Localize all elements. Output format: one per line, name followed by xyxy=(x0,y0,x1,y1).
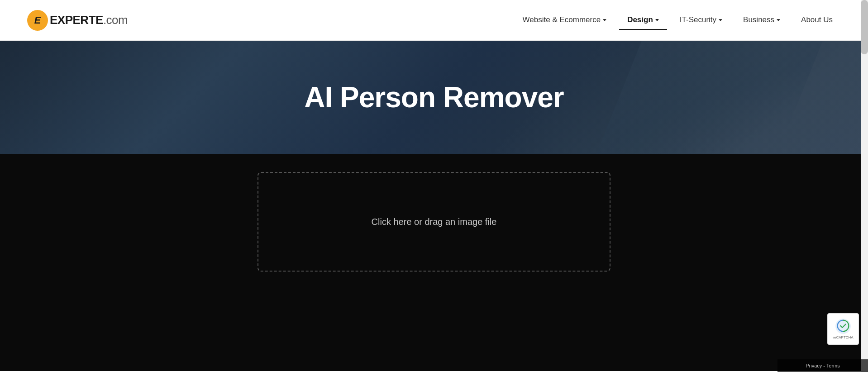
scrollbar-thumb[interactable] xyxy=(861,0,868,54)
nav-links-list: Website & Ecommerce Design IT-Security B… xyxy=(515,11,841,30)
nav-item-design: Design xyxy=(619,11,667,30)
scrollbar-track[interactable] xyxy=(861,0,868,372)
main-nav: Website & Ecommerce Design IT-Security B… xyxy=(515,11,841,30)
logo-icon: E xyxy=(27,10,48,31)
nav-link-business[interactable]: Business xyxy=(735,11,788,30)
nav-item-about-us: About Us xyxy=(793,11,841,30)
chevron-down-icon xyxy=(655,19,659,21)
recaptcha-icon xyxy=(835,318,851,334)
nav-link-label: Website & Ecommerce xyxy=(523,15,601,24)
nav-link-label: IT-Security xyxy=(680,15,716,24)
nav-link-label: Business xyxy=(743,15,774,24)
nav-link-it-security[interactable]: IT-Security xyxy=(672,11,730,30)
privacy-terms-bar: Privacy - Terms xyxy=(777,359,868,372)
recaptcha-label: reCAPTCHA xyxy=(833,335,853,340)
nav-item-website-ecommerce: Website & Ecommerce xyxy=(515,11,615,30)
logo-letter: E xyxy=(34,14,41,26)
logo-brand: EXPERTE xyxy=(50,13,103,27)
hero-title: AI Person Remover xyxy=(304,81,563,114)
navbar: E EXPERTE.com Website & Ecommerce Design xyxy=(0,0,868,41)
privacy-terms-text: Privacy - Terms xyxy=(806,363,840,368)
recaptcha-badge: reCAPTCHA xyxy=(827,313,859,345)
upload-container: Click here or drag an image file xyxy=(258,172,610,272)
nav-item-it-security: IT-Security xyxy=(672,11,730,30)
drop-zone-label: Click here or drag an image file xyxy=(372,217,497,227)
nav-link-label: Design xyxy=(627,15,653,24)
chevron-down-icon xyxy=(777,19,780,21)
nav-link-about-us[interactable]: About Us xyxy=(793,11,841,30)
nav-item-business: Business xyxy=(735,11,788,30)
image-drop-zone[interactable]: Click here or drag an image file xyxy=(258,172,610,272)
nav-link-design[interactable]: Design xyxy=(619,11,667,30)
nav-link-label: About Us xyxy=(801,15,833,24)
logo-suffix: .com xyxy=(103,13,128,27)
site-logo[interactable]: E EXPERTE.com xyxy=(27,10,128,31)
logo-brand-text: EXPERTE.com xyxy=(50,13,128,27)
main-content: Click here or drag an image file xyxy=(0,154,868,371)
hero-banner: AI Person Remover xyxy=(0,41,868,154)
chevron-down-icon xyxy=(603,19,606,21)
chevron-down-icon xyxy=(719,19,722,21)
nav-link-website-ecommerce[interactable]: Website & Ecommerce xyxy=(515,11,615,30)
